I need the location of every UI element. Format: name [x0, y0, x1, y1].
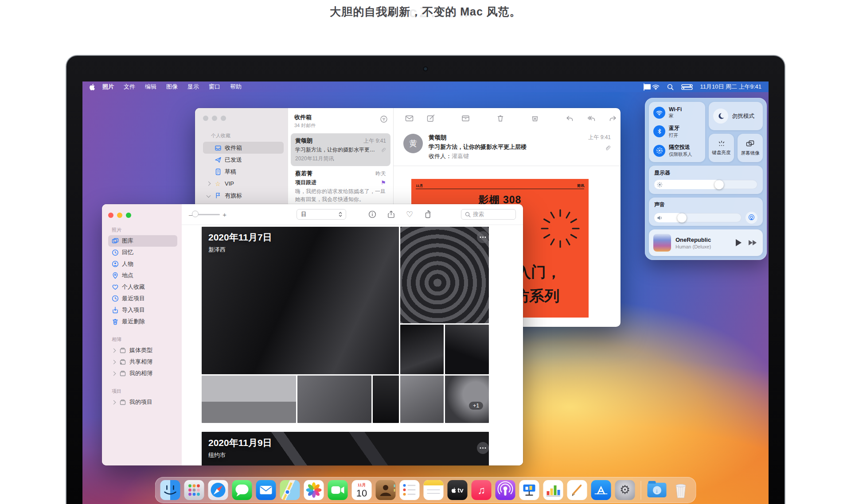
fast-forward-button[interactable]	[749, 240, 757, 245]
dock-trash-icon[interactable]	[671, 480, 691, 500]
mail-list-item[interactable]: 蔡若菁 昨天 项目跟进 ⚑ 嗨，我把你的请求发给陈嫣名了，一旦她有回复，我会尽快…	[291, 166, 390, 207]
photo-thumbnail[interactable]	[373, 376, 399, 423]
menu-view[interactable]: 显示	[183, 83, 204, 91]
dock-downloads-icon[interactable]: ↓	[647, 480, 667, 500]
minimize-button[interactable]	[117, 213, 122, 218]
play-button[interactable]	[736, 239, 742, 246]
photo-thumbnail[interactable]	[400, 376, 444, 423]
close-button[interactable]	[108, 213, 113, 218]
forward-icon[interactable]	[609, 115, 617, 122]
menu-help[interactable]: 帮助	[225, 83, 246, 91]
do-not-disturb-toggle[interactable]: 勿扰模式	[709, 102, 763, 130]
dock-keynote-icon[interactable]	[519, 480, 539, 500]
view-mode-dropdown[interactable]: 日	[297, 209, 346, 220]
photo-thumbnail[interactable]	[297, 376, 371, 423]
overflow-count-badge[interactable]: +1	[469, 402, 483, 410]
sidebar-item-favorites[interactable]: 个人收藏	[108, 281, 177, 293]
dock-contacts-icon[interactable]	[376, 480, 396, 500]
menu-file[interactable]: 文件	[119, 83, 140, 91]
info-icon[interactable]	[368, 210, 376, 218]
dock-mail-icon[interactable]	[256, 480, 276, 500]
window-controls[interactable]	[108, 213, 177, 218]
sidebar-item-shared-albums[interactable]: 共享相簿	[108, 356, 177, 368]
photo-thumbnail[interactable]	[445, 325, 489, 374]
zoom-in-icon[interactable]: +	[223, 211, 226, 218]
menu-bar-clock[interactable]: 11月10日 周二 上午9:41	[700, 83, 761, 91]
dock-maps-icon[interactable]	[280, 480, 300, 500]
dock-system-preferences-icon[interactable]: ⚙	[615, 480, 635, 500]
slider-knob[interactable]	[192, 210, 199, 217]
junk-icon[interactable]	[531, 114, 539, 122]
photo-thumbnail[interactable]	[445, 376, 489, 423]
battery-icon[interactable]	[644, 84, 644, 90]
dock-messages-icon[interactable]	[232, 480, 252, 500]
dock-notes-icon[interactable]	[424, 480, 444, 500]
keyboard-brightness-button[interactable]: 键盘亮度	[709, 134, 734, 162]
dock-safari-icon[interactable]	[208, 480, 228, 500]
sidebar-item-memories[interactable]: 回忆	[108, 247, 177, 258]
reply-all-icon[interactable]	[587, 115, 596, 122]
sidebar-item-flagged[interactable]: 有旗标	[203, 190, 284, 202]
dock-pages-icon[interactable]	[567, 480, 587, 500]
dock-facetime-icon[interactable]	[328, 480, 348, 500]
dock-launchpad-icon[interactable]	[184, 480, 204, 500]
photos-search-field[interactable]: 搜索	[461, 209, 516, 220]
dock-apple-tv-icon[interactable]: tv	[448, 480, 468, 500]
window-controls[interactable]	[203, 116, 284, 121]
zoom-button[interactable]	[126, 213, 131, 218]
sidebar-item-my-projects[interactable]: 我的项目	[108, 396, 177, 408]
dock-music-icon[interactable]: ♫	[472, 480, 492, 500]
mail-list-item[interactable]: 黄颂朗 上午 9:41 学习新方法，让你的摄影水平更… 2020年11月简讯	[291, 133, 390, 166]
get-mail-icon[interactable]	[405, 114, 414, 122]
airdrop-toggle[interactable]: 隔空投送仅限联系人	[653, 143, 705, 158]
sidebar-item-recents[interactable]: 最近项目	[108, 293, 177, 304]
sidebar-item-inbox[interactable]: 收件箱	[203, 142, 284, 154]
photo-thumbnail[interactable]	[400, 227, 489, 323]
wifi-toggle[interactable]: Wi-Fi家	[653, 106, 705, 119]
filter-icon[interactable]	[380, 115, 388, 123]
photo-thumbnail[interactable]	[400, 325, 444, 374]
sidebar-item-my-albums[interactable]: 我的相簿	[108, 368, 177, 379]
bluetooth-toggle[interactable]: 蓝牙打开	[653, 124, 705, 139]
spotlight-search-icon[interactable]	[667, 84, 674, 90]
favorite-heart-icon[interactable]: ♡	[406, 210, 413, 218]
dock-reminders-icon[interactable]	[400, 480, 420, 500]
sidebar-item-recently-deleted[interactable]: 最近删除	[108, 316, 177, 327]
rotate-icon[interactable]	[424, 210, 432, 218]
compose-icon[interactable]	[427, 114, 435, 122]
brightness-slider[interactable]	[654, 180, 757, 189]
sidebar-item-sent[interactable]: 已发送	[203, 154, 284, 166]
sidebar-item-drafts[interactable]: 草稿	[203, 166, 284, 178]
dock-numbers-icon[interactable]	[543, 480, 563, 500]
sidebar-item-imports[interactable]: 导入项目	[108, 304, 177, 316]
dock-app-store-icon[interactable]	[591, 480, 611, 500]
archive-icon[interactable]	[461, 114, 470, 122]
menu-edit[interactable]: 编辑	[140, 83, 161, 91]
menu-image[interactable]: 图像	[161, 83, 183, 91]
thumbnail-zoom-slider[interactable]: – +	[189, 211, 226, 218]
sidebar-item-vip[interactable]: ☆ VIP	[203, 178, 284, 190]
more-options-button[interactable]	[477, 442, 489, 454]
dock-finder-icon[interactable]	[160, 480, 180, 500]
airplay-audio-button[interactable]	[746, 212, 757, 224]
wifi-status-icon[interactable]	[652, 84, 660, 90]
reply-icon[interactable]	[566, 115, 574, 122]
share-icon[interactable]	[387, 210, 395, 218]
slider-knob[interactable]	[714, 180, 724, 189]
dock-photos-icon[interactable]	[304, 480, 324, 500]
dock-podcasts-icon[interactable]	[496, 480, 515, 500]
volume-slider[interactable]	[654, 213, 742, 222]
photo-thumbnail[interactable]	[202, 376, 296, 423]
sidebar-item-library[interactable]: 图库	[108, 235, 177, 247]
dock-calendar-icon[interactable]: 11月 10	[352, 480, 372, 500]
menu-app-name[interactable]: 照片	[98, 83, 119, 91]
sidebar-item-places[interactable]: 地点	[108, 270, 177, 281]
control-center-icon[interactable]	[681, 84, 693, 90]
slider-knob[interactable]	[677, 213, 687, 222]
apple-menu-icon[interactable]	[90, 83, 96, 91]
menu-window[interactable]: 窗口	[204, 83, 225, 91]
sidebar-item-media-types[interactable]: 媒体类型	[108, 345, 177, 356]
trash-icon[interactable]	[496, 114, 504, 122]
screen-mirroring-button[interactable]: 屏幕镜像	[738, 134, 763, 162]
sidebar-item-people[interactable]: 人物	[108, 258, 177, 270]
